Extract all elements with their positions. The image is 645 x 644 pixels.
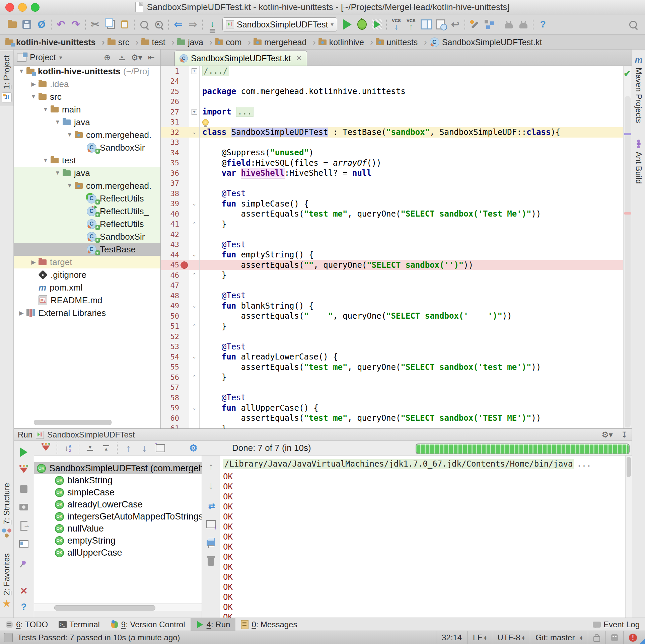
breakpoint-slot-empty[interactable] — [179, 331, 189, 342]
editor-line[interactable]: 50 assertEquals(" ", queryOne("SELECT sa… — [161, 311, 624, 321]
locate-file-button[interactable]: ⊕ — [101, 52, 113, 63]
editor-line[interactable]: 48 @Test — [161, 291, 624, 301]
breakpoint-slot-empty[interactable] — [179, 240, 189, 250]
sidebar-item-maven-projects[interactable]: m Maven Projects — [632, 52, 645, 126]
editor-line[interactable]: 54⌄ fun alreadyLowerCase() { — [161, 352, 624, 362]
breakpoint-slot-empty[interactable] — [179, 178, 189, 189]
breakpoint-slot-empty[interactable] — [179, 403, 189, 413]
toolwindow-todo[interactable]: 6: TODO — [0, 618, 53, 631]
fold-collapse-icon[interactable]: ⌄ — [192, 354, 197, 360]
breakpoint-slot-empty[interactable] — [179, 209, 189, 219]
console-output[interactable]: /Library/Java/JavaVirtualMachines/jdk1.7… — [220, 456, 625, 618]
avd-manager-button[interactable] — [516, 17, 531, 32]
toolwindow-run[interactable]: 4: Run — [191, 618, 236, 631]
gutter[interactable]: 38 — [161, 188, 189, 199]
breakpoint-slot[interactable] — [179, 260, 189, 270]
line-number[interactable]: 25 — [170, 87, 180, 96]
line-number[interactable]: 45 — [170, 261, 180, 269]
gutter[interactable]: 58 — [161, 393, 189, 403]
editor-line[interactable]: 55 assertEquals("test me", queryOne("SEL… — [161, 362, 624, 373]
hector-button[interactable] — [605, 631, 623, 644]
project-tree-item[interactable]: CTestBase — [14, 243, 160, 256]
find-button[interactable] — [137, 17, 151, 32]
breakpoint-slot-empty[interactable] — [179, 138, 189, 148]
gutter[interactable]: 46 — [161, 270, 189, 280]
test-settings-button[interactable]: ⚙ — [186, 441, 201, 455]
breakpoint-slot-empty[interactable] — [179, 158, 189, 168]
sidebar-item-project[interactable]: 1: Project JI — [0, 52, 13, 106]
breakpoint-slot-empty[interactable] — [179, 413, 189, 423]
search-everywhere-button[interactable] — [626, 17, 640, 32]
editor-line[interactable]: 52 — [161, 331, 624, 342]
breakpoint-slot-empty[interactable] — [179, 97, 189, 107]
line-number[interactable]: 48 — [170, 292, 180, 300]
editor-line[interactable]: 44⌄ fun emptyString() { — [161, 250, 624, 260]
breakpoint-slot-empty[interactable] — [179, 76, 189, 87]
hide-panel-button[interactable]: ⇤ — [146, 52, 157, 63]
line-number[interactable]: 44 — [170, 251, 180, 259]
line-number[interactable]: 42 — [170, 230, 180, 239]
gutter[interactable]: 32 — [161, 127, 189, 138]
fold-expand-icon[interactable]: + — [192, 109, 197, 115]
rerun-button[interactable] — [14, 445, 34, 460]
fold-end-icon[interactable]: ⌃ — [192, 272, 197, 278]
gutter[interactable]: 50 — [161, 311, 189, 321]
gutter[interactable]: 26 — [161, 97, 189, 107]
line-ending-select[interactable]: LF▴▾ — [467, 631, 492, 644]
line-number[interactable]: 32 — [170, 128, 180, 137]
project-view-dropdown[interactable]: ▾ — [59, 54, 62, 61]
line-number[interactable]: 51 — [170, 322, 180, 330]
test-result-item[interactable]: OKintegersGetAutoMappedToStrings — [34, 510, 202, 522]
breakpoint-slot-empty[interactable] — [179, 372, 189, 383]
breakpoint-slot-empty[interactable] — [179, 301, 189, 311]
gutter[interactable]: 1 — [161, 66, 189, 76]
gutter[interactable]: 60 — [161, 413, 189, 423]
gutter[interactable]: 47 — [161, 280, 189, 291]
sdk-manager-button[interactable] — [501, 17, 516, 32]
breadcrumb-item[interactable]: kotlinhive — [318, 37, 373, 48]
gutter[interactable]: 35 — [161, 158, 189, 168]
fold-collapse-icon[interactable]: ⌄ — [192, 252, 197, 258]
hex-view-button[interactable]: ↓ — [205, 17, 220, 32]
close-tab-icon[interactable]: ✕ — [296, 54, 302, 63]
sidebar-item-structure[interactable]: 7: Structure — [0, 480, 13, 541]
gutter[interactable]: 44 — [161, 250, 189, 260]
expand-all-button[interactable]: ▼ — [83, 441, 97, 455]
debug-button[interactable] — [355, 17, 369, 32]
breadcrumb-item[interactable]: src — [108, 37, 139, 48]
breadcrumb-item[interactable]: mergehead — [254, 37, 316, 48]
test-result-item[interactable]: OKemptyString — [34, 535, 202, 547]
replace-button[interactable]: A — [151, 17, 166, 32]
breadcrumb-item[interactable]: unittests — [376, 37, 427, 48]
gutter[interactable]: 48 — [161, 291, 189, 301]
fold-column[interactable]: ⌃ — [189, 372, 200, 383]
breakpoint-slot-empty[interactable] — [179, 280, 189, 291]
project-tree-item[interactable]: M↓README.md — [14, 294, 160, 307]
editor-line[interactable]: 38 @Test — [161, 188, 624, 199]
gutter[interactable]: 31 — [161, 117, 189, 128]
test-result-item[interactable]: OKalreadyLowerCase — [34, 498, 202, 510]
collapse-all-button-tests[interactable]: ▲ — [99, 441, 114, 455]
gutter[interactable]: 56 — [161, 372, 189, 383]
fold-column[interactable]: ⌃ — [189, 219, 200, 230]
project-tree-item[interactable]: CReflectUtils — [14, 192, 160, 205]
breakpoint-slot-empty[interactable] — [179, 188, 189, 199]
marker-purple[interactable] — [624, 133, 631, 135]
editor-line[interactable]: 24 — [161, 76, 624, 87]
line-number[interactable]: 46 — [170, 271, 180, 279]
gutter[interactable]: 25 — [161, 86, 189, 97]
line-number[interactable]: 47 — [170, 281, 180, 290]
breakpoint-slot-empty[interactable] — [179, 423, 189, 429]
editor-line[interactable]: 60 assertEquals("test me", queryOne("SEL… — [161, 413, 624, 423]
project-tree-item[interactable]: ▼com.mergehead. — [14, 179, 160, 192]
fold-collapse-icon[interactable]: ⌄ — [192, 405, 197, 411]
editor-line[interactable]: 49⌄ fun blankString() { — [161, 301, 624, 311]
vcs-update-button[interactable]: VCS↓ — [389, 17, 404, 32]
filter-tests-button[interactable] — [39, 441, 53, 455]
redo-button[interactable]: ↷ — [68, 17, 83, 32]
line-number[interactable]: 34 — [170, 149, 180, 157]
rerun-failed-button[interactable] — [153, 441, 168, 455]
editor-line[interactable]: 42 — [161, 229, 624, 240]
project-tree-item[interactable]: ▶External Libraries — [14, 307, 160, 319]
tree-expand-arrow[interactable]: ▼ — [53, 170, 63, 176]
